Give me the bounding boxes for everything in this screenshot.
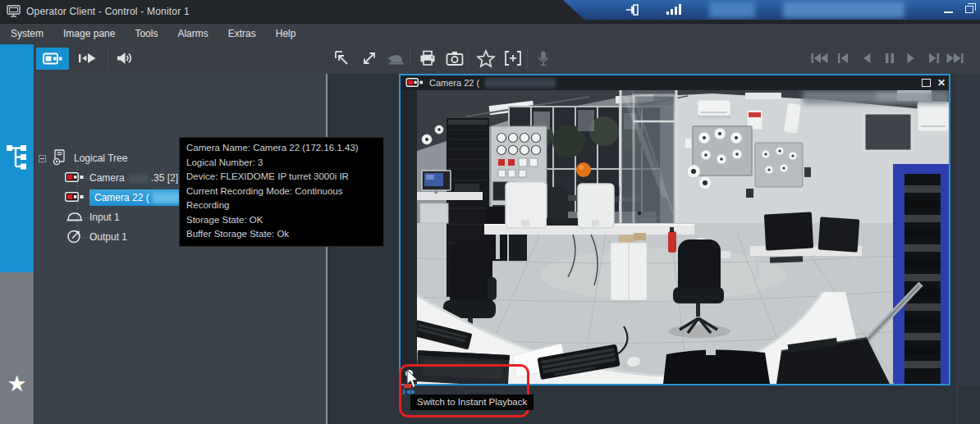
titlebar: Operator Client - Control - Monitor 1 — [0, 0, 980, 23]
tooltip-line: Camera Name: Camera 22 (172.16.1.43) — [186, 141, 377, 156]
app-monitor-icon — [7, 5, 21, 21]
tree-item-label: Output 1 — [89, 231, 127, 243]
pane-close-button[interactable]: ✕ — [937, 78, 946, 88]
step-backward-icon — [831, 47, 854, 70]
redacted-chip — [128, 174, 148, 183]
tooltip-line: Current Recording Mode: Continuous Recor… — [186, 185, 377, 213]
menu-help[interactable]: Help — [272, 25, 300, 42]
tree-icon — [6, 144, 29, 173]
snapshot-button[interactable] — [443, 47, 466, 70]
collapse-expander-icon[interactable] — [39, 155, 46, 162]
redacted-chip — [709, 2, 755, 18]
tree-item-output-1[interactable]: Output 1 — [66, 228, 127, 246]
favorite-star-button[interactable] — [474, 47, 497, 70]
toolbar — [0, 43, 980, 74]
microphone-icon — [532, 47, 555, 70]
pane-title: Camera 22 ( — [429, 78, 479, 88]
logical-tree-root-icon — [52, 149, 68, 168]
jump-to-start-icon — [808, 47, 831, 70]
camera-icon — [405, 75, 424, 90]
window-title: Operator Client - Control - Monitor 1 — [26, 6, 190, 17]
audio-toggle-button[interactable] — [113, 47, 136, 70]
minimize-button[interactable] — [937, 0, 959, 18]
camera-info-tooltip: Camera Name: Camera 22 (172.16.1.43) Log… — [179, 137, 384, 247]
tooltip-line: Buffer Storage State: Ok — [186, 227, 377, 242]
pane-maximize-button[interactable] — [922, 79, 931, 87]
redacted-chip — [783, 2, 904, 18]
add-bookmark-button[interactable] — [501, 47, 524, 70]
camera-image-pane[interactable]: Camera 22 ( ✕ — [399, 74, 950, 385]
redacted-chip — [485, 78, 556, 88]
tree-root-logical-tree[interactable]: Logical Tree — [39, 149, 127, 167]
menu-tools[interactable]: Tools — [131, 25, 162, 42]
star-icon: ★ — [7, 371, 26, 397]
camera-video[interactable] — [401, 90, 949, 384]
maximize-pane-button[interactable] — [358, 47, 381, 70]
tree-item-camera-35[interactable]: Camera .35 [2] — [65, 169, 178, 187]
menu-image-pane[interactable]: Image pane — [59, 25, 119, 42]
print-button[interactable] — [416, 47, 439, 70]
output-icon — [66, 229, 84, 246]
sidebar-tab-favorites[interactable]: ★ — [0, 272, 34, 424]
sidebar: ★ — [0, 43, 34, 424]
video-letterbox — [401, 90, 417, 384]
menubar: System Image pane Tools Alarms Extras He… — [0, 23, 980, 43]
camera-icon — [65, 192, 84, 204]
menu-system[interactable]: System — [7, 25, 48, 42]
image-pane-header[interactable]: Camera 22 ( ✕ — [401, 75, 949, 90]
tooltip-line: Device: FLEXIDOME IP turret 3000i IR — [186, 170, 377, 185]
jump-to-end-icon — [944, 47, 967, 70]
camera-icon — [65, 172, 84, 185]
tree-item-label: Input 1 — [89, 212, 120, 223]
menu-alarms[interactable]: Alarms — [173, 25, 212, 42]
pane-grid-divider — [957, 385, 958, 424]
instant-playback-tooltip: Switch to Instant Playback — [410, 394, 534, 410]
connection-signal-icon — [666, 4, 681, 15]
image-pane-view-button[interactable] — [36, 48, 69, 70]
mouse-cursor — [406, 370, 420, 392]
instant-replay-button[interactable] — [76, 47, 98, 70]
tree-item-label: Camera .35 [2] — [89, 172, 178, 184]
play-backward-icon — [855, 47, 878, 70]
titlebar-status-strip — [563, 0, 980, 20]
alarm-sequence-icon — [384, 47, 407, 70]
operator-client-window: Operator Client - Control - Monitor 1 Sy… — [0, 0, 980, 424]
pause-icon — [878, 47, 901, 70]
tree-item-input-1[interactable]: Input 1 — [66, 208, 120, 226]
tree-root-label: Logical Tree — [74, 153, 127, 164]
tooltip-line: Logical Number: 3 — [186, 156, 377, 171]
restore-button[interactable] — [959, 0, 980, 18]
menu-extras[interactable]: Extras — [224, 25, 260, 42]
restore-layout-button[interactable] — [331, 47, 354, 70]
tooltip-line: Storage State: OK — [186, 213, 377, 228]
logical-tree-panel: Logical Tree Camera .35 [2] Camera 22 ( — [34, 74, 326, 424]
play-icon — [900, 47, 923, 70]
workspace-band — [955, 74, 980, 385]
input-icon — [66, 211, 84, 225]
step-forward-icon — [923, 47, 946, 70]
pin-icon[interactable] — [625, 4, 640, 19]
sidebar-tab-logical-tree[interactable] — [0, 44, 34, 272]
camera-video-frame — [417, 90, 949, 384]
